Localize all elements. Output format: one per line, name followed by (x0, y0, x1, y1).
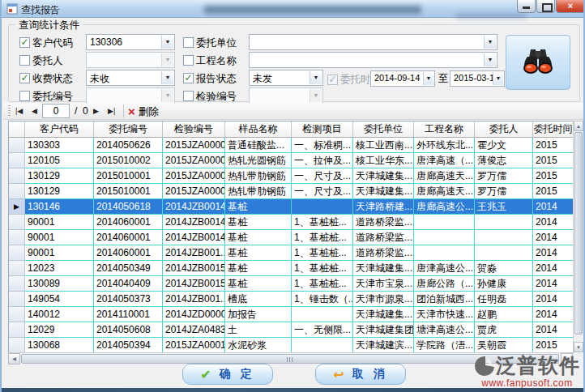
record-index-input[interactable]: 0 (42, 104, 70, 118)
next-record-button[interactable]: ▶ (91, 104, 101, 117)
scroll-down-icon[interactable]: ▼ (574, 342, 583, 352)
search-button[interactable] (506, 35, 570, 90)
ok-button[interactable]: ✔ 确 定 (182, 364, 273, 385)
chevron-down-icon[interactable]: ▼ (161, 71, 173, 84)
grid-cell[interactable]: 普通硅酸盐... (225, 138, 292, 153)
grid-cell[interactable]: 基桩 (225, 276, 292, 292)
grid-cell[interactable] (475, 245, 533, 261)
chevron-down-icon[interactable]: ▼ (161, 89, 173, 102)
grid-cell[interactable]: 一、无侧限... (292, 322, 353, 338)
grid-cell[interactable]: 2014050349 (94, 261, 163, 276)
grid-cell[interactable]: 2014 (533, 322, 574, 338)
grid-cell[interactable]: 2015 (533, 184, 574, 199)
grid-cell[interactable]: 热轧带肋钢筋 (225, 168, 292, 184)
table-row[interactable]: 1202320140503492014JZB00150基桩1、基桩桩...天津城… (9, 261, 573, 276)
grid-cell[interactable]: 罗万儒 (475, 168, 533, 184)
combo-委托人[interactable]: ▼ (86, 52, 175, 68)
grid-cell[interactable]: 一、拉伸及... (292, 153, 353, 168)
grid-cell[interactable]: 天津城建滨... (353, 338, 414, 353)
column-header-检测项目[interactable]: 检测项目 (292, 121, 353, 138)
checkbox-客户代码[interactable]: ✓ (19, 37, 30, 48)
grid-cell[interactable]: 水泥砂浆 (225, 338, 292, 353)
grid-cell[interactable]: 2014JZB00147 (163, 215, 225, 230)
grid-cell[interactable]: 天津城建集... (353, 261, 414, 276)
scroll-up-icon[interactable]: ▲ (574, 121, 583, 131)
grid-cell[interactable]: 130129 (25, 168, 94, 184)
grid-cell[interactable]: 唐廊高速天... (414, 168, 475, 184)
grid-cell[interactable]: 1、基桩桩... (292, 276, 353, 292)
minimize-button[interactable] (517, 0, 536, 13)
grid-cell[interactable]: 土 (225, 322, 292, 338)
checkbox-检验编号[interactable] (183, 91, 194, 101)
grid-cell[interactable]: 王兆玉 (475, 199, 533, 215)
cancel-button[interactable]: ↩ 取 消 (315, 364, 406, 385)
grid-cell[interactable]: 孙健康 (475, 276, 533, 292)
grid-cell[interactable]: 2014050373 (94, 292, 163, 307)
combo-工程名称[interactable]: ▼ (249, 52, 497, 68)
checkbox-工程名称[interactable] (183, 55, 194, 66)
close-button[interactable]: × (556, 0, 585, 13)
grid-cell[interactable]: 130146 (25, 199, 94, 215)
chevron-down-icon[interactable]: ▼ (484, 53, 496, 66)
combo-客户代码[interactable]: 130306▼ (86, 34, 175, 50)
table-row[interactable]: 13012920150100012015JZA00003热轧带肋钢筋一、尺寸及.… (9, 168, 573, 184)
grid-cell[interactable]: 天津市快速... (414, 307, 475, 322)
grid-cell[interactable]: 一、尺寸及... (292, 184, 353, 199)
grid-cell[interactable]: 贾虎 (475, 322, 533, 338)
grid-cell[interactable]: 12023 (25, 261, 94, 276)
grid-cell[interactable]: 1、基桩桩... (292, 245, 353, 261)
grid-cell[interactable] (475, 230, 533, 245)
grid-cell[interactable]: 1、锤击数（... (292, 292, 353, 307)
grid-cell[interactable]: 120105 (25, 153, 94, 168)
grid-cell[interactable]: 140012 (25, 307, 94, 322)
combo-委托单位[interactable]: ▼ (249, 34, 497, 50)
grid-cell[interactable]: 热轧光圆钢筋 (225, 153, 292, 168)
grid-cell[interactable]: 2015JZA00010 (163, 338, 225, 353)
checkbox-收费状态[interactable]: ✓ (19, 73, 30, 83)
grid-cell[interactable]: 2014JZA04834 (163, 322, 225, 338)
grid-cell[interactable]: 薄俊志 (475, 153, 533, 168)
grid-cell[interactable]: 天津城建集团 (353, 322, 414, 338)
grid-cell[interactable]: 贺淼 (475, 261, 533, 276)
grid-cell[interactable]: 2014 (533, 230, 574, 245)
grid-cell[interactable]: 基桩 (225, 215, 292, 230)
grid-cell[interactable]: 霍少文 (475, 138, 533, 153)
grid-cell[interactable]: 2014JZD00001 (163, 307, 225, 322)
grid-cell[interactable]: 吴朝霞 (475, 338, 533, 353)
column-header-检验编号[interactable]: 检验编号 (163, 121, 225, 138)
grid-cell[interactable]: 12029 (25, 322, 94, 338)
grid-cell[interactable]: 2014050608 (94, 322, 163, 338)
grid-cell[interactable]: 90001 (25, 230, 94, 245)
column-header-委托单位[interactable]: 委托单位 (353, 121, 414, 138)
grid-cell[interactable]: 130129 (25, 184, 94, 199)
grid-cell[interactable]: 2014JZB00146 (163, 199, 225, 215)
grid-cell[interactable]: 一、标准稠... (292, 138, 353, 153)
vertical-scrollbar[interactable]: ▲ ▼ (573, 121, 583, 352)
grid-cell[interactable] (292, 199, 353, 215)
grid-cell[interactable]: 唐津高速公... (414, 261, 475, 276)
grid-cell[interactable]: 唐廊高速天... (414, 184, 475, 199)
grid-cell[interactable]: 2014JZB001... (163, 245, 225, 261)
grid-cell[interactable]: 基桩 (225, 230, 292, 245)
column-header-样品名称[interactable]: 样品名称 (225, 121, 292, 138)
grid-cell[interactable]: 2014110001 (94, 307, 163, 322)
grid-cell[interactable]: 赵鹏 (475, 307, 533, 322)
column-header-委托编号[interactable]: 委托编号 (94, 121, 163, 138)
grid-cell[interactable]: 2015JZA00005 (163, 184, 225, 199)
column-header-委托人[interactable]: 委托人 (475, 121, 533, 138)
grid-cell[interactable]: 天津城建集... (353, 307, 414, 322)
grid-cell[interactable]: 学院路（浯... (414, 338, 475, 353)
maximize-button[interactable] (536, 0, 555, 13)
chevron-down-icon[interactable]: ▼ (423, 72, 433, 85)
grid-cell[interactable]: 道路桥梁监... (353, 245, 414, 261)
grid-cell[interactable]: 2014 (533, 261, 574, 276)
grid-cell[interactable]: 塘津高速公... (414, 322, 475, 338)
grid-cell[interactable]: 加报告 (225, 307, 292, 322)
grid-cell[interactable]: 2014JZB001... (163, 292, 225, 307)
grid-cell[interactable]: 道路桥梁监... (353, 215, 414, 230)
first-record-button[interactable]: |◀ (13, 104, 25, 117)
chevron-down-icon[interactable]: ▼ (493, 72, 503, 85)
grid-cell[interactable]: 基桩 (225, 245, 292, 261)
grid-cell[interactable]: 道路桥梁监... (353, 230, 414, 245)
vertical-scroll-thumb[interactable] (574, 132, 583, 334)
